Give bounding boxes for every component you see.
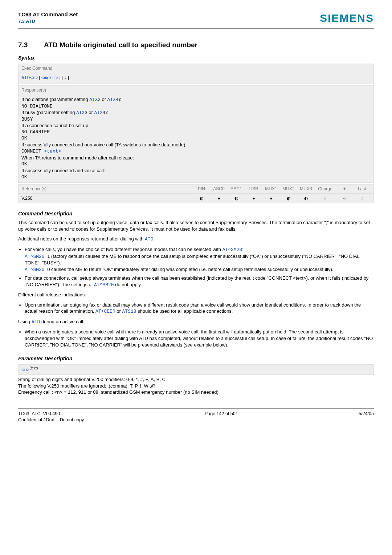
dot-pin: ◐ — [193, 195, 210, 201]
section-number: 7.3 — [18, 40, 28, 50]
siemens-logo: SIEMENS — [320, 11, 374, 26]
col-charge: Charge — [315, 186, 336, 192]
busy: BUSY — [21, 116, 371, 123]
reference-value-row: V.250 ◐ ● ◐ ● ● ◐ ◐ ○ ○ ○ — [18, 194, 374, 203]
col-pin: PIN — [193, 186, 210, 192]
syntax-label: Syntax — [18, 54, 374, 61]
col-asc0: ASC0 — [210, 186, 228, 192]
col-asc1: ASC1 — [228, 186, 245, 192]
resp-text: If busy (parameter setting — [21, 110, 76, 115]
atd-prefix: ATD — [21, 75, 30, 81]
ats18-link[interactable]: ATS18 — [122, 309, 136, 314]
ok-2: OK — [21, 161, 371, 167]
no-carrier: NO CARRIER — [21, 129, 371, 135]
text: =0 causes the ME to return "OK" immediat… — [45, 267, 334, 272]
section-title: ATD Mobile originated call to specified … — [44, 41, 197, 49]
lbracket: [ — [38, 75, 41, 81]
dot-plane: ○ — [336, 195, 353, 201]
resp-line-1: If no dialtone (parameter setting ATX2 o… — [21, 96, 371, 103]
col-usb: USB — [245, 186, 262, 192]
footer-confidential: Confidential / Draft - Do not copy — [18, 417, 84, 422]
atd-link[interactable]: ATD — [32, 319, 40, 325]
text: Using — [18, 319, 32, 324]
atx-link[interactable]: ATX — [76, 110, 85, 116]
ok-1: OK — [21, 135, 371, 142]
exec-command-body: ATD<n>[<mgsm>][;] — [18, 73, 374, 84]
bullet-list-2: Upon termination, an outgoing fax or dat… — [25, 302, 374, 315]
exec-command-label: Exec Command — [18, 64, 374, 73]
resp-text: 2 or — [98, 97, 107, 102]
cmd-desc-p4: Using ATD during an active call: — [18, 319, 374, 325]
resp-text: If no dialtone (parameter setting — [21, 97, 89, 102]
resp-line-2: If busy (parameter setting ATX3 or ATX4)… — [21, 109, 371, 116]
dot-mux1: ● — [262, 195, 280, 201]
atx-link[interactable]: ATX — [89, 97, 98, 102]
dot-mux3: ◐ — [297, 195, 315, 201]
connect-line: CONNECT <text> — [21, 148, 371, 155]
bullet-item: For voice calls, you have the choice of … — [25, 246, 374, 273]
col-mux3: MUX3 — [297, 186, 315, 192]
bullet-item: When a user originates a second voice ca… — [25, 329, 374, 348]
references-label: Reference(s) — [21, 186, 193, 192]
header-left: TC63 AT Command Set 7.3 ATD — [18, 11, 78, 25]
dot-last: ○ — [353, 195, 371, 201]
param-line-1: String of dialing digits and optional V.… — [18, 376, 374, 383]
col-mux2: MUX2 — [280, 186, 297, 192]
atx-link[interactable]: ATX — [107, 97, 116, 102]
footer-left: TC63_ATC_V00.490 Confidential / Draft - … — [18, 411, 84, 423]
page-header: TC63 AT Command Set 7.3 ATD SIEMENS — [18, 0, 374, 28]
dot-charge: ○ — [315, 195, 336, 201]
resp-text: 4): — [116, 97, 121, 102]
page-footer: TC63_ATC_V00.490 Confidential / Draft - … — [18, 408, 374, 423]
text-link[interactable]: <text> — [44, 149, 61, 154]
col-mux1: MUX1 — [262, 186, 280, 192]
text: Additional notes on the responses return… — [18, 236, 145, 242]
at-ceer-link[interactable]: AT+CEER — [95, 309, 115, 314]
resp-line-5: When TA returns to command mode after ca… — [21, 155, 371, 161]
n-param-link[interactable]: <n> — [30, 75, 38, 81]
reference-header-row: Reference(s) PIN ASC0 ASC1 USB MUX1 MUX2… — [18, 184, 374, 194]
responses-label: Response(s) — [18, 85, 374, 94]
dot-asc0: ● — [210, 195, 228, 201]
bullet-item: Upon termination, an outgoing fax or dat… — [25, 302, 374, 315]
bullet-item: For data connections, call setup always … — [25, 275, 374, 288]
cmd-desc-p3: Different call release indications: — [18, 292, 374, 298]
text: : — [242, 247, 244, 252]
mgsm-param-link[interactable]: <mgsm> — [41, 75, 58, 81]
resp-line-3: If a connection cannot be set up: — [21, 122, 371, 129]
text: For voice calls, you have the choice of … — [25, 247, 222, 252]
atx-link[interactable]: ATX — [94, 110, 102, 116]
footer-doc-id: TC63_ATC_V00.490 — [18, 411, 60, 416]
at-sm20-link[interactable]: AT^SM20 — [94, 282, 114, 288]
text: =1 (factory default) causes the ME to re… — [25, 254, 359, 266]
resp-line-4: If successfully connected and non-voice … — [21, 142, 371, 148]
text-superscript: (text) — [30, 366, 38, 370]
atd-link[interactable]: ATD — [145, 236, 153, 242]
cmd-desc-p1: This command can be used to set up outgo… — [18, 219, 374, 232]
footer-center: Page 142 of 501 — [205, 411, 238, 423]
ok-3: OK — [21, 174, 371, 181]
col-last: Last — [353, 186, 371, 192]
command-description-label: Command Description — [18, 210, 374, 217]
resp-line-6: If successfully connected and voice call… — [21, 167, 371, 174]
dot-asc1: ◐ — [228, 195, 245, 201]
bullet-list-1: For voice calls, you have the choice of … — [25, 246, 374, 288]
text: For data connections, call setup always … — [25, 275, 368, 287]
at-sm20-link[interactable]: AT^SM20 — [222, 247, 242, 252]
bullet-list-3: When a user originates a second voice ca… — [25, 329, 374, 348]
parameter-description-label: Parameter Description — [18, 355, 374, 362]
connect-text: CONNECT — [21, 149, 44, 154]
text: during an active call: — [40, 319, 84, 324]
param-line-3: Emergency call : <n> = 112, 911 or 08, s… — [18, 389, 374, 396]
at-sm20-link[interactable]: AT^SM20 — [25, 254, 45, 259]
header-title: TC63 AT Command Set — [18, 11, 78, 18]
text: should be used for all applicable connec… — [136, 308, 233, 314]
semicolon-opt: [;] — [61, 75, 69, 81]
resp-text: 3 or — [85, 110, 94, 115]
n-param: <n> — [21, 368, 30, 373]
at-sm20-link[interactable]: AT^SM20 — [25, 267, 45, 272]
param-line-2: The following V.250 modifiers are ignore… — [18, 383, 374, 389]
resp-text: 4): — [103, 110, 108, 115]
footer-right: 5/24/05 — [359, 411, 374, 423]
text: : — [153, 236, 155, 242]
